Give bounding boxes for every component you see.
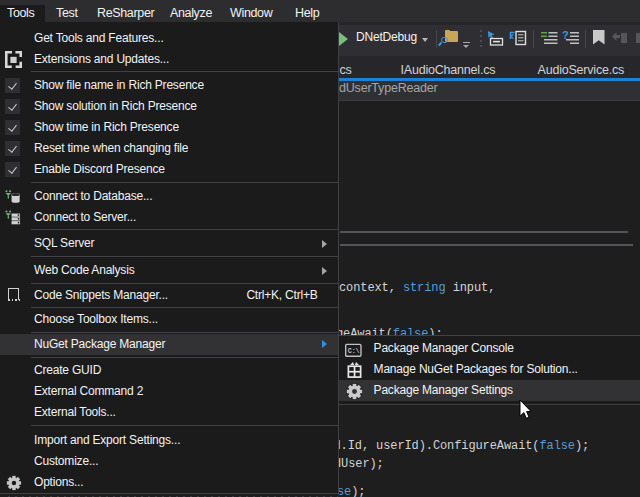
svg-text:C:\: C:\ xyxy=(348,347,360,355)
